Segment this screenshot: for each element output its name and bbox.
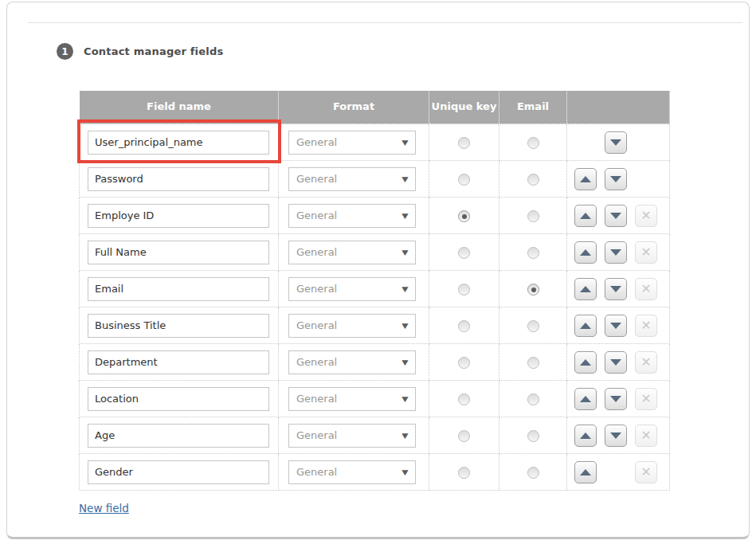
- move-up-button[interactable]: [574, 388, 597, 410]
- email-cell: [499, 381, 567, 417]
- field-name-input[interactable]: [88, 131, 269, 155]
- format-select[interactable]: General ▼: [288, 387, 416, 411]
- delete-row-button[interactable]: ✕: [635, 315, 657, 337]
- delete-row-button[interactable]: ✕: [635, 425, 657, 447]
- unique-key-radio[interactable]: [458, 174, 470, 186]
- move-down-button[interactable]: [605, 315, 627, 337]
- field-name-input[interactable]: [88, 387, 269, 411]
- delete-row-button[interactable]: ✕: [635, 278, 657, 300]
- field-name-cell: [80, 454, 279, 491]
- close-icon: ✕: [640, 429, 651, 442]
- table-row: General ▼ ✕: [80, 417, 670, 454]
- chevron-down-icon: ▼: [402, 139, 408, 147]
- email-radio[interactable]: [527, 247, 539, 259]
- format-cell: General ▼: [279, 124, 429, 161]
- chevron-down-icon: ▼: [402, 432, 408, 440]
- format-select[interactable]: General ▼: [288, 131, 416, 155]
- format-select[interactable]: General ▼: [288, 241, 416, 264]
- move-down-button[interactable]: [605, 168, 627, 190]
- unique-key-radio[interactable]: [458, 430, 470, 442]
- delete-row-button[interactable]: ✕: [635, 388, 657, 410]
- format-select[interactable]: General ▼: [288, 350, 416, 374]
- format-cell: General ▼: [279, 161, 429, 198]
- unique-key-radio[interactable]: [458, 357, 470, 369]
- email-radio[interactable]: [527, 393, 539, 405]
- move-up-button[interactable]: [574, 351, 597, 374]
- unique-key-radio[interactable]: [458, 210, 470, 222]
- unique-key-radio[interactable]: [458, 393, 470, 405]
- move-up-button[interactable]: [574, 278, 597, 300]
- arrow-down-icon: [610, 249, 621, 256]
- field-name-input[interactable]: [88, 350, 269, 374]
- row-actions: ✕: [567, 205, 669, 227]
- delete-row-button[interactable]: ✕: [635, 351, 657, 374]
- delete-row-button[interactable]: ✕: [635, 205, 657, 227]
- format-select[interactable]: General ▼: [288, 204, 416, 228]
- header-email: Email: [499, 91, 567, 124]
- unique-key-radio[interactable]: [458, 467, 470, 479]
- chevron-down-icon: ▼: [402, 212, 408, 220]
- move-up-button[interactable]: [574, 241, 597, 264]
- unique-key-cell: [429, 454, 499, 491]
- email-radio[interactable]: [527, 467, 539, 479]
- move-down-button[interactable]: [605, 351, 627, 374]
- move-down-button[interactable]: [605, 131, 627, 154]
- close-icon: ✕: [640, 209, 651, 222]
- email-radio[interactable]: [527, 320, 539, 332]
- move-down-button[interactable]: [605, 425, 627, 447]
- unique-key-radio[interactable]: [458, 247, 470, 259]
- format-cell: General ▼: [279, 381, 429, 417]
- header-unique-key: Unique key: [429, 91, 499, 124]
- move-down-button[interactable]: [605, 388, 627, 410]
- row-actions: ✕: [567, 461, 669, 483]
- email-radio[interactable]: [527, 174, 539, 186]
- unique-key-radio[interactable]: [458, 320, 470, 332]
- move-down-button[interactable]: [605, 278, 627, 300]
- top-divider: [28, 22, 742, 23]
- format-select[interactable]: General ▼: [288, 167, 416, 191]
- move-up-button[interactable]: [574, 425, 597, 447]
- field-name-input[interactable]: [88, 277, 269, 301]
- header-field-name: Field name: [80, 91, 279, 124]
- move-up-button[interactable]: [574, 168, 597, 190]
- email-radio[interactable]: [527, 137, 539, 149]
- chevron-down-icon: ▼: [402, 468, 408, 476]
- format-select-value: General: [296, 466, 337, 478]
- field-name-input[interactable]: [88, 314, 269, 338]
- format-select[interactable]: General ▼: [288, 277, 416, 301]
- move-up-button[interactable]: [574, 205, 597, 227]
- field-name-input[interactable]: [88, 460, 269, 484]
- actions-cell: ✕: [567, 234, 670, 271]
- email-radio[interactable]: [527, 430, 539, 442]
- field-name-input[interactable]: [88, 204, 269, 228]
- format-select[interactable]: General ▼: [288, 314, 416, 338]
- email-radio[interactable]: [527, 210, 539, 222]
- move-down-button[interactable]: [605, 205, 627, 227]
- unique-key-radio[interactable]: [458, 137, 470, 149]
- field-name-cell: [80, 307, 279, 344]
- field-name-input[interactable]: [88, 167, 269, 191]
- close-icon: ✕: [640, 319, 651, 332]
- unique-key-radio[interactable]: [458, 284, 470, 295]
- row-actions: ✕: [567, 131, 669, 154]
- email-radio[interactable]: [527, 284, 539, 295]
- format-select[interactable]: General ▼: [288, 424, 416, 448]
- delete-row-button[interactable]: ✕: [635, 461, 657, 483]
- move-up-button[interactable]: [574, 315, 597, 337]
- format-select[interactable]: General ▼: [288, 460, 416, 484]
- arrow-down-icon: [610, 396, 621, 402]
- format-cell: General ▼: [279, 307, 429, 344]
- new-field-link[interactable]: New field: [79, 502, 129, 515]
- email-cell: [499, 198, 567, 234]
- delete-row-button[interactable]: ✕: [635, 241, 657, 264]
- actions-cell: ✕: [567, 124, 670, 161]
- field-name-input[interactable]: [88, 424, 269, 448]
- chevron-down-icon: ▼: [402, 249, 408, 256]
- move-up-button[interactable]: [574, 461, 597, 483]
- arrow-up-icon: [580, 323, 591, 329]
- email-radio[interactable]: [527, 357, 539, 369]
- field-name-input[interactable]: [88, 241, 269, 264]
- table-row: General ▼ ✕: [80, 344, 670, 381]
- fields-table-wrap: Field name Format Unique key Email Gener…: [79, 90, 670, 491]
- move-down-button[interactable]: [605, 241, 627, 264]
